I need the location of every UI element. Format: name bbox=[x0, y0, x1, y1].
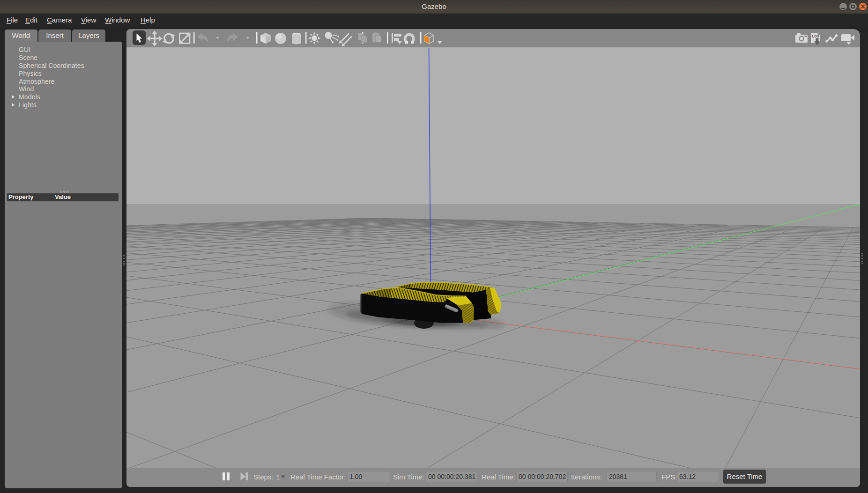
svg-text:LOG: LOG bbox=[812, 34, 820, 38]
